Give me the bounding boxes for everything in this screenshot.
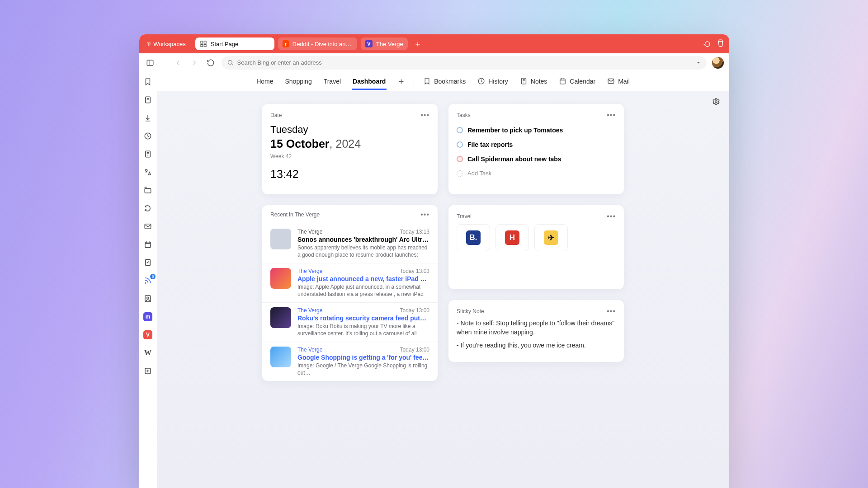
page-tab-dashboard[interactable]: Dashboard (352, 74, 387, 90)
bookmarks-panel-icon[interactable] (143, 77, 153, 87)
feed-source: The Verge (297, 268, 322, 274)
translate-icon[interactable] (143, 167, 153, 177)
feed-timestamp: Today 13:00 (400, 307, 429, 314)
date-widget: Date ••• Tuesday 15 October, 2024 Week 4… (262, 104, 438, 194)
dashboard-settings-button[interactable] (712, 98, 720, 108)
add-task-button[interactable]: Add Task (457, 166, 616, 180)
tasks-icon[interactable] (143, 258, 153, 267)
feed-thumbnail (270, 229, 291, 249)
svg-rect-19 (560, 79, 565, 84)
feed-item[interactable]: The VergeToday 13:00Roku's rotating secu… (262, 302, 438, 342)
address-input[interactable] (237, 59, 692, 66)
panel-toggle-icon[interactable] (145, 57, 156, 68)
svg-rect-0 (201, 41, 203, 43)
chevron-down-icon[interactable] (696, 60, 701, 66)
task-item[interactable]: Remember to pick up Tomatoes (457, 123, 616, 137)
wikipedia-icon[interactable]: W (143, 348, 153, 358)
trash-icon[interactable] (717, 39, 725, 49)
feed-timestamp: Today 13:00 (400, 347, 429, 353)
feed-thumbnail (270, 268, 291, 289)
new-tab-button[interactable]: ＋ (412, 38, 423, 49)
tab-theverge[interactable]: V The Verge (361, 38, 408, 50)
page-tab-home[interactable]: Home (255, 74, 274, 90)
widgets-grid: Date ••• Tuesday 15 October, 2024 Week 4… (262, 104, 624, 381)
page-tab-notes[interactable]: Notes (519, 73, 548, 90)
feed-headline: Apple just announced a new, faster iPad … (297, 275, 429, 282)
notes-icon[interactable] (143, 149, 153, 159)
feed-item[interactable]: The VergeToday 13:03Apple just announced… (262, 263, 438, 302)
dashboard: Date ••• Tuesday 15 October, 2024 Week 4… (157, 91, 729, 488)
history-icon (477, 77, 485, 85)
task-item[interactable]: Call Spiderman about new tabs (457, 152, 616, 166)
date-week: Week 42 (270, 153, 429, 160)
feed-item[interactable]: The VergeToday 13:13Sonos announces 'bre… (262, 224, 438, 263)
mastodon-icon[interactable]: m (143, 312, 153, 322)
svg-rect-9 (145, 188, 151, 193)
page-tab-bookmarks[interactable]: Bookmarks (422, 73, 467, 90)
browser-window: Workspaces Start Page r Reddit - Dive in… (139, 34, 729, 488)
sessions-icon[interactable] (143, 203, 153, 213)
tab-reddit[interactable]: r Reddit - Dive into anything (278, 38, 357, 50)
history-icon[interactable] (143, 131, 153, 141)
feed-item[interactable]: The VergeToday 13:00Google Shopping is g… (262, 342, 438, 381)
page-tab-travel[interactable]: Travel (323, 74, 342, 90)
reading-list-icon[interactable] (143, 95, 153, 105)
widget-menu-button[interactable]: ••• (607, 307, 616, 315)
feed-thumbnail (270, 347, 291, 367)
verge-icon: V (365, 40, 373, 47)
feed-source: The Verge (297, 307, 322, 314)
sync-icon[interactable] (703, 39, 711, 49)
grid-icon (200, 40, 207, 47)
widget-menu-button[interactable]: ••• (607, 111, 616, 119)
mail-icon[interactable] (143, 221, 153, 231)
feed-headline: Google Shopping is getting a 'for you' f… (297, 354, 429, 361)
add-panel-button[interactable] (143, 366, 153, 376)
window-icon[interactable] (143, 185, 153, 195)
widget-title: Travel (457, 213, 472, 220)
task-item[interactable]: File tax reports (457, 137, 616, 152)
sticky-note-widget: Sticky Note ••• - Note to self: Stop tel… (448, 300, 624, 362)
side-panel: 6 m V W (139, 72, 157, 488)
svg-point-21 (715, 101, 717, 103)
feed-timestamp: Today 13:03 (400, 268, 429, 274)
vivaldi-icon[interactable]: V (143, 330, 153, 340)
task-checkbox[interactable] (457, 127, 463, 133)
feed-headline: Roku's rotating security camera feed put… (297, 314, 429, 322)
feed-excerpt: Image: Google / The Verge Google Shoppin… (297, 362, 429, 376)
add-page-tab-button[interactable] (396, 77, 406, 86)
address-bar[interactable] (222, 56, 707, 70)
date-time: 13:42 (270, 168, 429, 181)
main-area: 6 m V W Home Shopping Travel Dashboard (139, 72, 729, 488)
search-icon (227, 59, 234, 66)
workspaces-button[interactable]: Workspaces (144, 39, 192, 49)
travel-tile-hotels[interactable]: H (495, 224, 529, 251)
contacts-icon[interactable] (143, 294, 153, 304)
forward-button[interactable] (189, 57, 200, 68)
profile-avatar[interactable] (712, 57, 724, 69)
plus-circle-icon (457, 170, 463, 177)
tab-start-page[interactable]: Start Page (195, 38, 274, 50)
workspaces-icon (146, 42, 151, 46)
sticky-line[interactable]: - If you're reading this, you owe me ice… (457, 341, 616, 350)
downloads-icon[interactable] (143, 113, 153, 123)
feeds-icon[interactable]: 6 (143, 276, 153, 286)
task-checkbox[interactable] (457, 156, 463, 162)
task-label: Call Spiderman about new tabs (467, 155, 561, 163)
reload-button[interactable] (205, 57, 216, 68)
back-button[interactable] (173, 57, 184, 68)
widget-menu-button[interactable]: ••• (420, 111, 429, 119)
widget-menu-button[interactable]: ••• (607, 212, 616, 221)
page-tab-mail[interactable]: Mail (606, 73, 631, 90)
notes-icon (520, 77, 528, 85)
calendar-icon[interactable] (143, 239, 153, 249)
sticky-line[interactable]: - Note to self: Stop telling people to "… (457, 319, 616, 337)
page-tab-calendar[interactable]: Calendar (558, 73, 596, 90)
widget-menu-button[interactable]: ••• (420, 211, 429, 219)
task-checkbox[interactable] (457, 141, 463, 148)
page-tab-history[interactable]: History (476, 73, 509, 90)
page-tab-shopping[interactable]: Shopping (284, 74, 313, 90)
travel-tile-expedia[interactable]: ✈ (534, 224, 568, 251)
svg-point-5 (228, 61, 232, 65)
travel-tile-booking[interactable]: B. (457, 224, 490, 251)
widget-title: Recent in The Verge (270, 211, 320, 218)
